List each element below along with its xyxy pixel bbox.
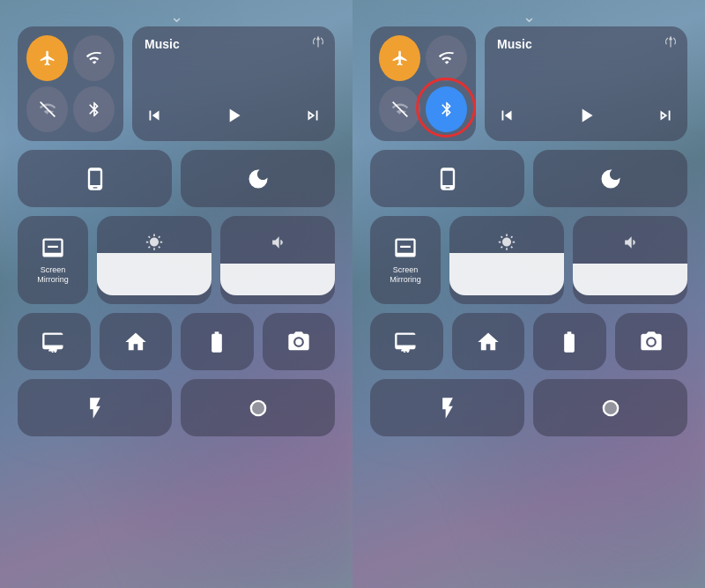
bluetooth-button-right[interactable] <box>426 86 467 132</box>
screen-mirroring-button-right[interactable]: ScreenMirroring <box>370 216 441 304</box>
music-controls-left <box>145 104 323 130</box>
airplane-mode-button-left[interactable] <box>26 35 68 81</box>
rewind-button-left[interactable] <box>145 106 164 129</box>
record-button-left[interactable] <box>181 379 335 436</box>
brightness-slider-left[interactable] <box>97 216 212 304</box>
volume-icon-left <box>269 234 286 255</box>
brightness-icon-right <box>498 234 516 255</box>
chevron-icon-right[interactable]: ⌄ <box>523 7 536 26</box>
music-title-right: Music <box>497 37 675 51</box>
chevron-icon-left[interactable]: ⌄ <box>170 7 183 26</box>
volume-track-right <box>573 225 687 295</box>
do-not-disturb-button-left[interactable] <box>181 150 335 207</box>
record-button-right[interactable] <box>533 379 687 436</box>
apps-row-right: tv <box>370 313 687 370</box>
middle-row-left <box>18 150 335 207</box>
battery-button-left[interactable] <box>181 313 254 370</box>
volume-slider-right[interactable] <box>573 216 687 304</box>
screen-mirroring-button-left[interactable]: ScreenMirroring <box>18 216 88 304</box>
music-airplay-icon-right <box>664 35 677 50</box>
brightness-track-left <box>97 225 212 295</box>
bottom-row-left <box>18 379 335 436</box>
appletv-button-left[interactable]: tv <box>18 313 91 370</box>
cellular-button-right[interactable] <box>379 86 420 132</box>
top-row-left: Music <box>18 26 335 141</box>
phone-panel-left: ⌄ <box>0 0 352 588</box>
music-airplay-icon-left <box>312 35 324 50</box>
volume-slider-left[interactable] <box>220 216 335 304</box>
camera-button-right[interactable] <box>615 313 688 370</box>
control-center-left: Music <box>18 26 335 570</box>
apps-row-left: tv <box>18 313 335 370</box>
music-title-left: Music <box>145 37 323 51</box>
brightness-slider-right[interactable] <box>449 216 564 304</box>
bluetooth-button-left[interactable] <box>73 86 115 132</box>
wifi-button-right[interactable] <box>426 35 467 81</box>
brightness-icon-left <box>145 234 163 255</box>
home-button-right[interactable] <box>452 313 525 370</box>
connectivity-grid-left <box>18 26 123 141</box>
volume-track-left <box>220 225 335 295</box>
battery-button-right[interactable] <box>533 313 606 370</box>
sliders-row-right: ScreenMirroring <box>370 216 687 304</box>
orientation-lock-button-right[interactable] <box>370 150 524 207</box>
wifi-button-left[interactable] <box>73 35 115 81</box>
phone-panel-right: ⌄ <box>352 0 705 588</box>
music-widget-right: Music <box>485 26 687 141</box>
volume-fill-right <box>573 264 687 295</box>
play-button-right[interactable] <box>575 104 597 130</box>
connectivity-grid-right <box>370 26 476 141</box>
rewind-button-right[interactable] <box>497 106 516 129</box>
svg-point-2 <box>252 402 264 414</box>
play-button-left[interactable] <box>222 104 245 130</box>
brightness-track-right <box>449 225 564 295</box>
brightness-fill-right <box>449 253 564 295</box>
camera-button-left[interactable] <box>263 313 336 370</box>
volume-icon-right <box>621 234 639 255</box>
orientation-lock-button-left[interactable] <box>18 150 172 207</box>
do-not-disturb-button-right[interactable] <box>533 150 687 207</box>
control-center-right: Music <box>370 26 687 570</box>
flashlight-button-right[interactable] <box>370 379 524 436</box>
svg-point-5 <box>605 402 617 414</box>
middle-row-right <box>370 150 687 207</box>
appletv-button-right[interactable]: tv <box>370 313 443 370</box>
screen-mirroring-label-left: ScreenMirroring <box>37 265 69 285</box>
forward-button-right[interactable] <box>656 106 675 129</box>
bottom-row-right <box>370 379 687 436</box>
music-widget-left: Music <box>132 26 335 141</box>
sliders-row-left: ScreenMirroring <box>18 216 335 304</box>
forward-button-left[interactable] <box>303 106 323 129</box>
home-button-left[interactable] <box>100 313 173 370</box>
screen-mirroring-label-right: ScreenMirroring <box>390 265 421 285</box>
flashlight-button-left[interactable] <box>18 379 172 436</box>
volume-fill-left <box>220 264 335 295</box>
music-controls-right <box>497 104 675 130</box>
cellular-button-left[interactable] <box>26 86 68 132</box>
brightness-fill-left <box>97 253 212 295</box>
top-row-right: Music <box>370 26 687 141</box>
airplane-mode-button-right[interactable] <box>379 35 420 81</box>
